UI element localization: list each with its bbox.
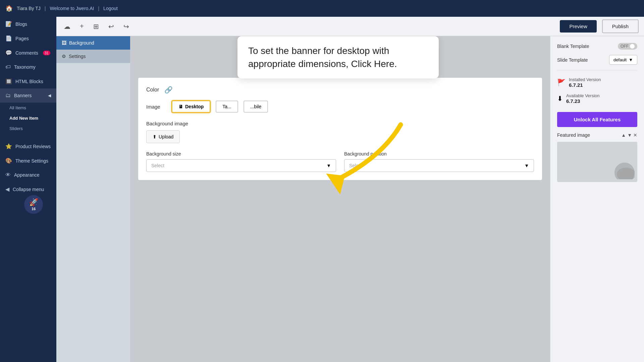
featured-controls: ▲ ▼ ✕ <box>621 132 637 138</box>
undo-button[interactable]: ↩ <box>106 20 116 33</box>
html-blocks-icon: 🔲 <box>5 78 12 84</box>
sidebar-label-comments: Comments <box>15 50 38 56</box>
toggle-off-label: OFF <box>621 44 629 49</box>
sidebar-label-theme-settings: Theme Settings <box>15 158 48 164</box>
grid-button[interactable]: ⊞ <box>91 20 101 33</box>
installed-version-label: Installed Version <box>569 77 601 82</box>
sidebar-item-product-reviews[interactable]: ⭐ Product Reviews <box>0 139 56 154</box>
theme-settings-icon: 🎨 <box>5 158 12 164</box>
sidebar-item-taxonomy[interactable]: 🏷 Taxonomy <box>0 60 56 74</box>
collapse-icon: ◀ <box>5 186 9 192</box>
bg-image-label: Background image <box>146 121 534 126</box>
mobile-tab-button[interactable]: ...bile <box>244 101 268 113</box>
content-area: ☁ + ⊞ ↩ ↪ Preview Publish 🖼 Background ⚙… <box>56 17 644 362</box>
background-tab-icon: 🖼 <box>62 40 66 46</box>
bg-position-placeholder: Select <box>349 163 362 168</box>
bg-size-placeholder: Select <box>151 163 164 168</box>
bg-size-group: Background size Select ▼ <box>146 151 336 172</box>
desktop-tab-button[interactable]: 🖥 Desktop <box>172 101 210 113</box>
tablet-tab-label: Ta... <box>222 104 231 109</box>
blank-template-label: Blank Template <box>557 44 589 49</box>
welcome-link[interactable]: Welcome to Jwero.AI <box>50 6 94 11</box>
cloud-button[interactable]: ☁ <box>62 20 72 33</box>
left-panel: 🖼 Background ⚙ Settings <box>56 36 130 362</box>
logout-link[interactable]: Logout <box>103 6 118 11</box>
background-tab[interactable]: 🖼 Background <box>56 36 130 50</box>
sidebar-item-collapse[interactable]: ◀ Collapse menu <box>0 182 56 196</box>
color-label: Color <box>146 87 159 93</box>
sidebar-label-appearance: Appearance <box>14 172 40 178</box>
download-icon: ⬇ <box>557 95 563 103</box>
rocket-badge[interactable]: 🚀 16 <box>24 195 43 214</box>
link-icon[interactable]: 🔗 <box>164 86 173 94</box>
available-version-block: ⬇ Available Version 6.7.23 <box>557 90 637 107</box>
slide-chevron-icon: ▼ <box>629 57 633 62</box>
redo-button[interactable]: ↪ <box>121 20 131 33</box>
installed-version-num: 6.7.21 <box>569 82 601 88</box>
main-layout: 📝 Blogs 📄 Pages 💬 Comments 31 🏷 Taxonomy… <box>0 17 644 362</box>
right-panel: Blank Template OFF Slide Template defaul… <box>550 36 644 362</box>
background-tab-label: Background <box>69 40 94 46</box>
bg-position-label: Background position <box>344 151 534 157</box>
available-version-num: 6.7.23 <box>566 98 600 104</box>
unlock-all-features-button[interactable]: Unlock All Features <box>557 112 637 127</box>
editor-body: 🖼 Background ⚙ Settings To set the banne… <box>56 36 644 362</box>
tablet-tab-button[interactable]: Ta... <box>216 101 238 113</box>
sidebar-item-appearance[interactable]: 👁 Appearance <box>0 168 56 182</box>
sidebar-sub-add-new[interactable]: Add New Item <box>0 113 56 123</box>
preview-button[interactable]: Preview <box>560 20 596 33</box>
featured-close-button[interactable]: ✕ <box>633 132 637 138</box>
bg-size-label: Background size <box>146 151 336 157</box>
product-reviews-icon: ⭐ <box>5 143 12 149</box>
sidebar-item-banners[interactable]: 🗂 Banners ◀ <box>0 88 56 103</box>
sidebar-item-comments[interactable]: 💬 Comments 31 <box>0 46 56 60</box>
publish-button[interactable]: Publish <box>602 19 639 33</box>
featured-up-button[interactable]: ▲ <box>621 132 626 138</box>
sidebar-item-theme-settings[interactable]: 🎨 Theme Settings <box>0 154 56 168</box>
sidebar-label-product-reviews: Product Reviews <box>15 144 51 149</box>
sidebar-sub-all-items[interactable]: All Items <box>0 103 56 113</box>
add-new-label: Add New Item <box>9 116 38 121</box>
slide-template-select[interactable]: default ▼ <box>609 55 637 65</box>
color-section: Color 🔗 <box>146 86 534 94</box>
taxonomy-icon: 🏷 <box>5 64 11 70</box>
bg-size-chevron: ▼ <box>326 163 331 168</box>
add-button[interactable]: + <box>78 20 86 32</box>
sidebar-item-pages[interactable]: 📄 Pages <box>0 31 56 46</box>
sidebar-label-html-blocks: HTML Blocks <box>15 79 43 84</box>
editor-toolbar: ☁ + ⊞ ↩ ↪ Preview Publish <box>56 17 644 36</box>
sidebar-item-html-blocks[interactable]: 🔲 HTML Blocks <box>0 74 56 88</box>
bg-size-select[interactable]: Select ▼ <box>146 159 336 172</box>
sidebar: 📝 Blogs 📄 Pages 💬 Comments 31 🏷 Taxonomy… <box>0 17 56 362</box>
bg-image-section: Background image ⬆ Upload <box>146 121 534 143</box>
featured-image-label: Featured image <box>557 132 590 138</box>
flag-icon: 🚩 <box>557 78 566 86</box>
bg-position-group: Background position Select ▼ <box>344 151 534 172</box>
blank-template-toggle[interactable]: OFF <box>618 43 637 50</box>
banners-icon: 🗂 <box>5 93 11 99</box>
comments-icon: 💬 <box>5 50 12 56</box>
sidebar-label-banners: Banners <box>14 93 32 98</box>
slide-default-label: default <box>613 57 627 62</box>
slide-template-row: Slide Template default ▼ <box>557 55 637 65</box>
bg-controls: Background size Select ▼ Background posi… <box>146 151 534 172</box>
settings-tab-label: Settings <box>69 54 86 59</box>
sidebar-label-blogs: Blogs <box>15 21 27 27</box>
home-icon[interactable]: 🏠 <box>5 5 13 12</box>
rocket-count: 16 <box>32 207 36 211</box>
appearance-icon: 👁 <box>5 172 11 178</box>
sidebar-sub-sliders[interactable]: Sliders <box>0 123 56 134</box>
available-version-label: Available Version <box>566 93 600 98</box>
comments-badge: 31 <box>43 51 50 55</box>
featured-down-button[interactable]: ▼ <box>627 132 632 138</box>
upload-icon: ⬆ <box>153 134 157 139</box>
sidebar-item-blogs[interactable]: 📝 Blogs <box>0 17 56 31</box>
separator-2: | <box>98 6 99 11</box>
content-box: Color 🔗 Image 🖥 Desktop Ta... <box>138 78 542 180</box>
slide-template-label: Slide Template <box>557 57 588 63</box>
upload-button[interactable]: ⬆ Upload <box>146 130 180 143</box>
all-items-label: All Items <box>9 105 26 110</box>
settings-tab[interactable]: ⚙ Settings <box>56 50 130 63</box>
site-name: Tiara By TJ <box>17 6 41 11</box>
bg-position-select[interactable]: Select ▼ <box>344 159 534 172</box>
